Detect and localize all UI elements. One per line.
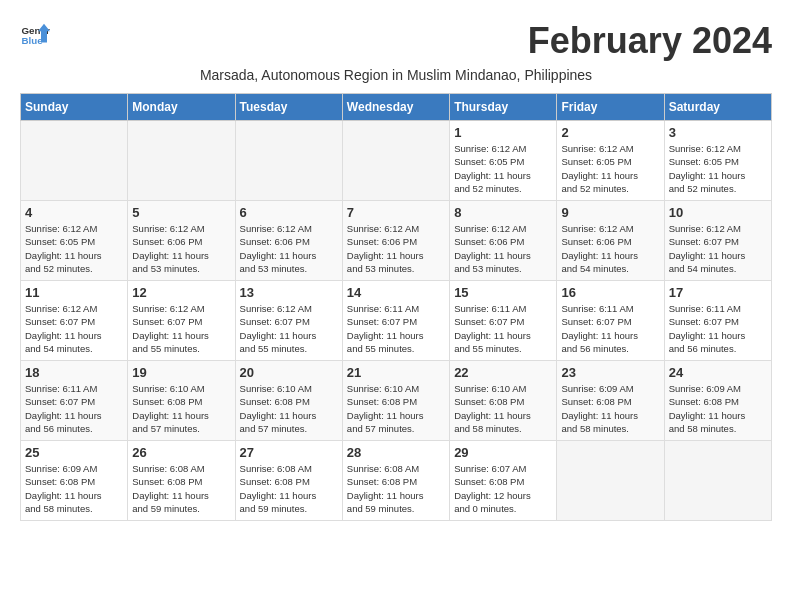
week-row-1: 1Sunrise: 6:12 AM Sunset: 6:05 PM Daylig…	[21, 121, 772, 201]
day-info: Sunrise: 6:08 AM Sunset: 6:08 PM Dayligh…	[132, 462, 230, 515]
day-number: 21	[347, 365, 445, 380]
day-cell: 26Sunrise: 6:08 AM Sunset: 6:08 PM Dayli…	[128, 441, 235, 521]
day-cell: 16Sunrise: 6:11 AM Sunset: 6:07 PM Dayli…	[557, 281, 664, 361]
day-number: 6	[240, 205, 338, 220]
logo-icon: General Blue	[20, 20, 50, 50]
header-friday: Friday	[557, 94, 664, 121]
day-number: 8	[454, 205, 552, 220]
day-cell: 13Sunrise: 6:12 AM Sunset: 6:07 PM Dayli…	[235, 281, 342, 361]
day-cell: 2Sunrise: 6:12 AM Sunset: 6:05 PM Daylig…	[557, 121, 664, 201]
week-row-4: 18Sunrise: 6:11 AM Sunset: 6:07 PM Dayli…	[21, 361, 772, 441]
day-info: Sunrise: 6:09 AM Sunset: 6:08 PM Dayligh…	[669, 382, 767, 435]
day-info: Sunrise: 6:12 AM Sunset: 6:05 PM Dayligh…	[25, 222, 123, 275]
page-header: General Blue February 2024	[20, 20, 772, 62]
day-info: Sunrise: 6:11 AM Sunset: 6:07 PM Dayligh…	[454, 302, 552, 355]
day-cell: 11Sunrise: 6:12 AM Sunset: 6:07 PM Dayli…	[21, 281, 128, 361]
header-thursday: Thursday	[450, 94, 557, 121]
day-cell	[235, 121, 342, 201]
day-info: Sunrise: 6:10 AM Sunset: 6:08 PM Dayligh…	[347, 382, 445, 435]
day-info: Sunrise: 6:11 AM Sunset: 6:07 PM Dayligh…	[561, 302, 659, 355]
day-cell: 1Sunrise: 6:12 AM Sunset: 6:05 PM Daylig…	[450, 121, 557, 201]
day-cell: 10Sunrise: 6:12 AM Sunset: 6:07 PM Dayli…	[664, 201, 771, 281]
calendar-header-row: SundayMondayTuesdayWednesdayThursdayFrid…	[21, 94, 772, 121]
day-info: Sunrise: 6:09 AM Sunset: 6:08 PM Dayligh…	[25, 462, 123, 515]
day-number: 23	[561, 365, 659, 380]
day-number: 4	[25, 205, 123, 220]
day-info: Sunrise: 6:12 AM Sunset: 6:06 PM Dayligh…	[347, 222, 445, 275]
day-number: 16	[561, 285, 659, 300]
svg-text:Blue: Blue	[22, 35, 44, 46]
day-cell	[128, 121, 235, 201]
day-number: 13	[240, 285, 338, 300]
day-number: 14	[347, 285, 445, 300]
day-number: 28	[347, 445, 445, 460]
day-cell	[342, 121, 449, 201]
day-info: Sunrise: 6:12 AM Sunset: 6:05 PM Dayligh…	[669, 142, 767, 195]
day-cell: 4Sunrise: 6:12 AM Sunset: 6:05 PM Daylig…	[21, 201, 128, 281]
day-cell: 14Sunrise: 6:11 AM Sunset: 6:07 PM Dayli…	[342, 281, 449, 361]
day-cell: 28Sunrise: 6:08 AM Sunset: 6:08 PM Dayli…	[342, 441, 449, 521]
day-info: Sunrise: 6:11 AM Sunset: 6:07 PM Dayligh…	[25, 382, 123, 435]
day-number: 11	[25, 285, 123, 300]
day-cell	[557, 441, 664, 521]
day-number: 3	[669, 125, 767, 140]
day-info: Sunrise: 6:12 AM Sunset: 6:07 PM Dayligh…	[132, 302, 230, 355]
day-cell: 20Sunrise: 6:10 AM Sunset: 6:08 PM Dayli…	[235, 361, 342, 441]
day-info: Sunrise: 6:11 AM Sunset: 6:07 PM Dayligh…	[669, 302, 767, 355]
header-monday: Monday	[128, 94, 235, 121]
day-number: 1	[454, 125, 552, 140]
day-cell: 23Sunrise: 6:09 AM Sunset: 6:08 PM Dayli…	[557, 361, 664, 441]
day-number: 27	[240, 445, 338, 460]
day-cell: 19Sunrise: 6:10 AM Sunset: 6:08 PM Dayli…	[128, 361, 235, 441]
header-wednesday: Wednesday	[342, 94, 449, 121]
day-info: Sunrise: 6:12 AM Sunset: 6:07 PM Dayligh…	[240, 302, 338, 355]
day-number: 10	[669, 205, 767, 220]
day-info: Sunrise: 6:07 AM Sunset: 6:08 PM Dayligh…	[454, 462, 552, 515]
day-cell: 7Sunrise: 6:12 AM Sunset: 6:06 PM Daylig…	[342, 201, 449, 281]
header-sunday: Sunday	[21, 94, 128, 121]
day-info: Sunrise: 6:10 AM Sunset: 6:08 PM Dayligh…	[240, 382, 338, 435]
day-info: Sunrise: 6:12 AM Sunset: 6:06 PM Dayligh…	[240, 222, 338, 275]
day-info: Sunrise: 6:10 AM Sunset: 6:08 PM Dayligh…	[454, 382, 552, 435]
calendar-table: SundayMondayTuesdayWednesdayThursdayFrid…	[20, 93, 772, 521]
day-info: Sunrise: 6:12 AM Sunset: 6:05 PM Dayligh…	[454, 142, 552, 195]
day-info: Sunrise: 6:12 AM Sunset: 6:06 PM Dayligh…	[454, 222, 552, 275]
day-info: Sunrise: 6:12 AM Sunset: 6:06 PM Dayligh…	[561, 222, 659, 275]
header-saturday: Saturday	[664, 94, 771, 121]
day-info: Sunrise: 6:12 AM Sunset: 6:07 PM Dayligh…	[669, 222, 767, 275]
day-cell: 6Sunrise: 6:12 AM Sunset: 6:06 PM Daylig…	[235, 201, 342, 281]
day-number: 15	[454, 285, 552, 300]
day-cell: 9Sunrise: 6:12 AM Sunset: 6:06 PM Daylig…	[557, 201, 664, 281]
calendar-subtitle: Marsada, Autonomous Region in Muslim Min…	[20, 67, 772, 83]
day-cell: 21Sunrise: 6:10 AM Sunset: 6:08 PM Dayli…	[342, 361, 449, 441]
day-number: 12	[132, 285, 230, 300]
day-number: 26	[132, 445, 230, 460]
week-row-2: 4Sunrise: 6:12 AM Sunset: 6:05 PM Daylig…	[21, 201, 772, 281]
day-number: 17	[669, 285, 767, 300]
day-cell: 12Sunrise: 6:12 AM Sunset: 6:07 PM Dayli…	[128, 281, 235, 361]
week-row-5: 25Sunrise: 6:09 AM Sunset: 6:08 PM Dayli…	[21, 441, 772, 521]
day-cell: 18Sunrise: 6:11 AM Sunset: 6:07 PM Dayli…	[21, 361, 128, 441]
day-cell: 22Sunrise: 6:10 AM Sunset: 6:08 PM Dayli…	[450, 361, 557, 441]
day-number: 7	[347, 205, 445, 220]
logo: General Blue	[20, 20, 50, 50]
day-info: Sunrise: 6:10 AM Sunset: 6:08 PM Dayligh…	[132, 382, 230, 435]
day-cell: 8Sunrise: 6:12 AM Sunset: 6:06 PM Daylig…	[450, 201, 557, 281]
day-info: Sunrise: 6:08 AM Sunset: 6:08 PM Dayligh…	[347, 462, 445, 515]
day-info: Sunrise: 6:12 AM Sunset: 6:05 PM Dayligh…	[561, 142, 659, 195]
day-cell: 27Sunrise: 6:08 AM Sunset: 6:08 PM Dayli…	[235, 441, 342, 521]
day-info: Sunrise: 6:12 AM Sunset: 6:06 PM Dayligh…	[132, 222, 230, 275]
day-number: 20	[240, 365, 338, 380]
day-info: Sunrise: 6:11 AM Sunset: 6:07 PM Dayligh…	[347, 302, 445, 355]
day-info: Sunrise: 6:09 AM Sunset: 6:08 PM Dayligh…	[561, 382, 659, 435]
day-cell	[664, 441, 771, 521]
week-row-3: 11Sunrise: 6:12 AM Sunset: 6:07 PM Dayli…	[21, 281, 772, 361]
month-title: February 2024	[528, 20, 772, 62]
day-number: 18	[25, 365, 123, 380]
day-cell	[21, 121, 128, 201]
day-cell: 17Sunrise: 6:11 AM Sunset: 6:07 PM Dayli…	[664, 281, 771, 361]
day-number: 9	[561, 205, 659, 220]
day-number: 19	[132, 365, 230, 380]
header-tuesday: Tuesday	[235, 94, 342, 121]
day-info: Sunrise: 6:08 AM Sunset: 6:08 PM Dayligh…	[240, 462, 338, 515]
